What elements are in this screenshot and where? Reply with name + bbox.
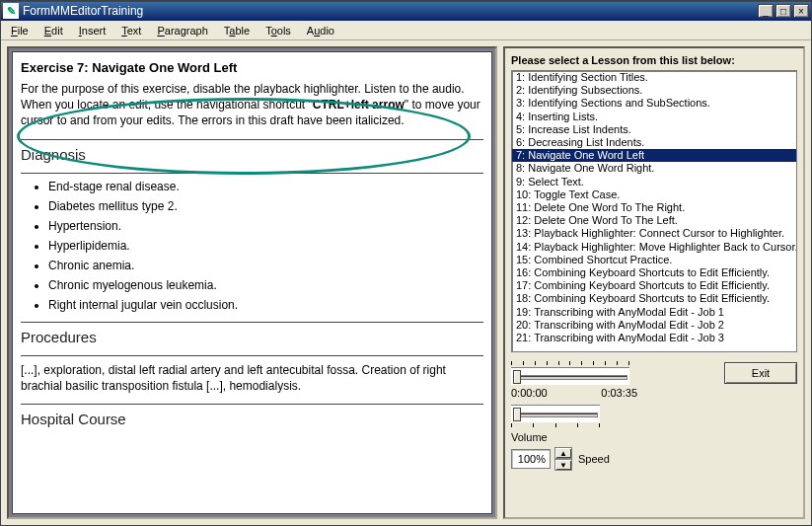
lesson-item[interactable]: 18: Combining Keyboard Shortcuts to Edit… — [512, 292, 796, 305]
lesson-item[interactable]: 7: Navigate One Word Left — [512, 149, 796, 162]
lesson-item[interactable]: 15: Combined Shortcut Practice. — [512, 254, 796, 266]
volume-ticks — [511, 423, 600, 427]
shortcut-bold: CTRL+left arrow — [313, 98, 405, 112]
lesson-item[interactable]: 4: Inserting Lists. — [512, 111, 796, 123]
lesson-prompt: Please select a Lesson from this list be… — [511, 54, 797, 66]
window-buttons: _ □ × — [758, 4, 809, 18]
lesson-item[interactable]: 6: Decreasing List Indents. — [512, 136, 796, 149]
menu-text[interactable]: Text — [113, 23, 149, 38]
lesson-item[interactable]: 10: Toggle Text Case. — [512, 188, 796, 201]
position-slider[interactable] — [511, 367, 629, 385]
lesson-item[interactable]: 11: Delete One Word To The Right. — [512, 201, 796, 214]
lesson-item[interactable]: 1: Identifying Section Titles. — [512, 71, 796, 84]
list-item: Chronic myelogenous leukemia. — [48, 278, 483, 292]
app-window: ✎ FormMMEditorTraining _ □ × File Edit I… — [0, 0, 812, 526]
section-hospital-course: Hospital Course — [21, 411, 483, 427]
lesson-item[interactable]: 12: Delete One Word To The Left. — [512, 214, 796, 227]
menu-edit[interactable]: Edit — [37, 23, 71, 38]
lesson-list[interactable]: 1: Identifying Section Titles.2: Identif… — [511, 70, 797, 352]
menu-paragraph[interactable]: Paragraph — [149, 23, 215, 38]
divider — [21, 139, 483, 140]
controls-left: 0:00:00 0:03:35 Volume — [511, 360, 724, 471]
list-item: Right internal jugular vein occlusion. — [48, 298, 483, 312]
speed-up-button[interactable]: ▲ — [554, 447, 572, 459]
lesson-item[interactable]: 20: Transcribing with AnyModal Edit - Jo… — [512, 319, 796, 332]
menu-file[interactable]: File — [3, 23, 37, 38]
editor-pane: Exercise 7: Navigate One Word Left For t… — [7, 46, 497, 519]
section-procedures: Procedures — [21, 329, 483, 345]
lesson-item[interactable]: 8: Navigate One Word Right. — [512, 162, 796, 175]
lesson-item[interactable]: 3: Identifying Sections and SubSections. — [512, 97, 796, 110]
lesson-item[interactable]: 13: Playback Highlighter: Connect Cursor… — [512, 227, 796, 240]
divider — [21, 404, 483, 405]
lesson-item[interactable]: 17: Combining Keyboard Shortcuts to Edit… — [512, 279, 796, 292]
list-item: Diabetes mellitus type 2. — [48, 199, 483, 213]
minimize-button[interactable]: _ — [758, 4, 774, 18]
titlebar[interactable]: ✎ FormMMEditorTraining _ □ × — [1, 1, 811, 21]
volume-label: Volume — [511, 431, 724, 443]
volume-slider[interactable] — [511, 405, 600, 422]
section-diagnosis: Diagnosis — [21, 146, 483, 163]
position-thumb[interactable] — [513, 370, 521, 384]
close-button[interactable]: × — [793, 4, 809, 18]
menu-tools[interactable]: Tools — [258, 23, 299, 38]
controls-right: Exit — [724, 360, 797, 471]
speed-row: ▲ ▼ Speed — [511, 447, 724, 471]
list-item: End-stage renal disease. — [48, 180, 483, 193]
menubar: File Edit Insert Text Paragraph Table To… — [1, 21, 811, 40]
volume-thumb[interactable] — [513, 408, 521, 421]
speed-label: Speed — [578, 453, 610, 465]
time-total: 0:03:35 — [601, 387, 637, 399]
list-item: Hyperlipidemia. — [48, 239, 483, 253]
divider — [21, 173, 483, 174]
slider-ticks — [511, 361, 629, 365]
lesson-item[interactable]: 19: Transcribing with AnyModal Edit - Jo… — [512, 306, 796, 319]
lesson-item[interactable]: 16: Combining Keyboard Shortcuts to Edit… — [512, 266, 796, 279]
menu-table[interactable]: Table — [216, 23, 258, 38]
list-item: Chronic anemia. — [48, 259, 483, 272]
body: Exercise 7: Navigate One Word Left For t… — [1, 40, 811, 525]
diagnosis-list: End-stage renal disease. Diabetes mellit… — [48, 180, 483, 312]
exercise-title: Exercise 7: Navigate One Word Left — [21, 60, 483, 75]
speed-input[interactable] — [511, 449, 551, 469]
speed-down-button[interactable]: ▼ — [554, 459, 572, 471]
divider — [21, 355, 483, 356]
maximize-button[interactable]: □ — [775, 4, 791, 18]
speed-spinner: ▲ ▼ — [554, 447, 572, 471]
lesson-pane: Please select a Lesson from this list be… — [503, 46, 805, 519]
intro-paragraph: For the purpose of this exercise, disabl… — [21, 81, 483, 129]
lesson-item[interactable]: 9: Select Text. — [512, 176, 796, 188]
menu-audio[interactable]: Audio — [299, 23, 342, 38]
volume-slider-box — [511, 405, 600, 427]
list-item: Hypertension. — [48, 219, 483, 233]
divider — [21, 322, 483, 323]
time-current: 0:00:00 — [511, 387, 548, 399]
time-row: 0:00:00 0:03:35 — [511, 387, 637, 399]
lesson-item[interactable]: 5: Increase List Indents. — [512, 123, 796, 136]
lesson-item[interactable]: 14: Playback Highlighter: Move Highlight… — [512, 241, 796, 254]
document[interactable]: Exercise 7: Navigate One Word Left For t… — [12, 51, 492, 514]
lesson-item[interactable]: 21: Transcribing with AnyModal Edit - Jo… — [512, 332, 796, 344]
exit-button[interactable]: Exit — [724, 362, 797, 384]
position-slider-box — [511, 361, 629, 385]
audio-controls: 0:00:00 0:03:35 Volume — [511, 360, 797, 471]
app-icon: ✎ — [3, 3, 19, 19]
lesson-item[interactable]: 2: Identifying Subsections. — [512, 84, 796, 97]
window-title: FormMMEditorTraining — [23, 4, 758, 18]
menu-insert[interactable]: Insert — [71, 23, 114, 38]
procedures-text: [...], exploration, distal left radial a… — [21, 362, 483, 394]
